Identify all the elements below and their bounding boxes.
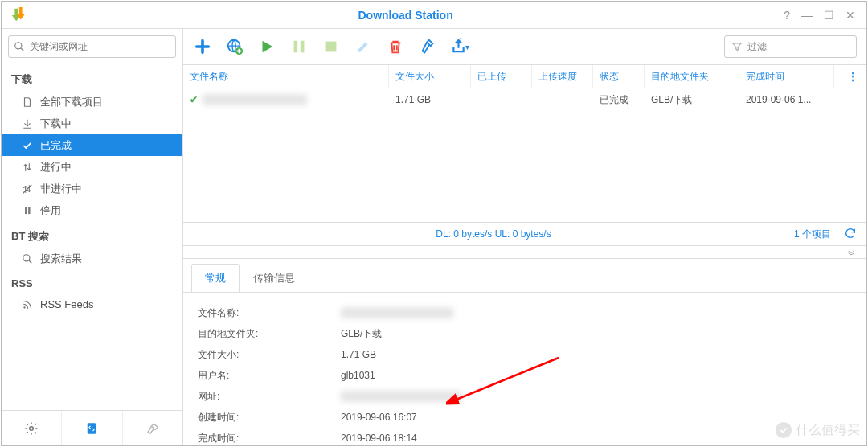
svg-rect-13: [301, 41, 305, 53]
table-header: 文件名称 文件大小 已上传 上传速度 状态 目的地文件夹 完成时间 ⋮: [183, 64, 866, 88]
window-title: Download Station: [27, 9, 784, 22]
pause-button[interactable]: [289, 37, 309, 56]
sidebar-item-label: 下载中: [40, 117, 72, 131]
add-button[interactable]: [193, 37, 212, 56]
file-name: .: [203, 94, 307, 105]
svg-point-0: [15, 43, 22, 49]
svg-rect-12: [294, 41, 298, 53]
sidebar-item-label: 停用: [40, 203, 61, 218]
col-time[interactable]: 完成时间: [739, 65, 834, 88]
toolbar: ▾ 过滤: [183, 29, 866, 64]
done-icon: ✔: [190, 94, 198, 105]
sidebar-item-label: 全部下载项目: [40, 95, 103, 109]
reload-button[interactable]: [844, 227, 857, 242]
main-panel: ▾ 过滤 文件名称 文件大小 已上传 上传速度 状态 目的地文件夹 完成时间 ⋮: [183, 29, 866, 445]
col-name[interactable]: 文件名称: [183, 65, 389, 88]
statusbar: DL: 0 bytes/s UL: 0 bytes/s 1 个项目: [183, 222, 866, 246]
maximize-button[interactable]: ☐: [824, 9, 834, 22]
transfers-button[interactable]: [62, 411, 122, 445]
edit-button[interactable]: [354, 37, 373, 56]
detail-tabs: 常规 传输信息: [183, 259, 866, 293]
filter-box[interactable]: 过滤: [724, 35, 857, 58]
delete-button[interactable]: [386, 37, 405, 56]
cell-size: 1.71 GB: [389, 94, 471, 105]
svg-line-6: [29, 260, 32, 263]
rss-icon: [21, 298, 34, 311]
detail-row: 文件名称:.: [198, 302, 852, 323]
search-input[interactable]: [30, 41, 170, 52]
export-button[interactable]: ▾: [450, 37, 469, 56]
sidebar-item-label: 进行中: [40, 160, 72, 174]
play-button[interactable]: [257, 37, 276, 56]
table-row[interactable]: ✔. 1.71 GB 已完成 GLB/下载 2019-09-06 1...: [183, 88, 866, 111]
sidebar-item-label: 搜索结果: [40, 252, 82, 266]
cleanup-button[interactable]: [123, 411, 182, 445]
svg-point-5: [23, 254, 30, 260]
svg-line-2: [23, 184, 32, 193]
app-icon: [10, 6, 27, 24]
item-count: 1 个项目: [794, 228, 831, 241]
search-icon: [21, 252, 34, 265]
detail-row: 用户名:glb1031: [198, 365, 852, 386]
col-ulspeed[interactable]: 上传速度: [532, 65, 593, 88]
collapse-toggle[interactable]: [183, 246, 866, 259]
cell-dest: GLB/下载: [645, 93, 739, 107]
detail-row: 完成时间:2019-09-06 18:14: [198, 428, 852, 445]
clean-button[interactable]: [418, 37, 437, 56]
col-dest[interactable]: 目的地文件夹: [645, 65, 739, 88]
globe-add-button[interactable]: [225, 37, 244, 56]
sidebar-item-rss[interactable]: RSS Feeds: [2, 293, 182, 315]
table-body: ✔. 1.71 GB 已完成 GLB/下载 2019-09-06 1...: [183, 88, 866, 222]
svg-point-8: [30, 426, 34, 430]
sidebar-item-btresults[interactable]: 搜索结果: [2, 248, 182, 269]
speed-status: DL: 0 bytes/s UL: 0 bytes/s: [193, 228, 794, 240]
sidebar-item-downloading[interactable]: 下载中: [2, 113, 182, 134]
col-uploaded[interactable]: 已上传: [471, 65, 532, 88]
svg-point-7: [23, 306, 25, 308]
detail-row: 网址:.: [198, 386, 852, 407]
cell-time: 2019-09-06 1...: [739, 94, 834, 105]
sidebar-item-inactive[interactable]: 非进行中: [2, 178, 182, 199]
doc-icon: [21, 96, 34, 109]
chevron-down-icon: [845, 248, 857, 256]
col-size[interactable]: 文件大小: [389, 65, 471, 88]
sidebar-item-active[interactable]: 进行中: [2, 156, 182, 178]
svg-rect-14: [326, 42, 337, 52]
sidebar-item-paused[interactable]: 停用: [2, 199, 182, 221]
detail-row: 目的地文件夹:GLB/下载: [198, 323, 852, 344]
detail-row: 创建时间:2019-09-06 16:07: [198, 407, 852, 428]
search-icon: [14, 41, 25, 52]
noupdown-icon: [21, 182, 34, 195]
check-icon: [21, 139, 34, 152]
section-rss: RSS: [2, 269, 182, 293]
svg-rect-9: [88, 423, 96, 434]
search-box[interactable]: [8, 35, 176, 58]
sidebar-item-label: 非进行中: [40, 182, 82, 196]
cell-status: 已完成: [593, 93, 645, 107]
section-download: 下载: [2, 64, 182, 91]
help-button[interactable]: ?: [784, 9, 790, 22]
download-icon: [21, 117, 34, 130]
sidebar-item-completed[interactable]: 已完成: [2, 134, 182, 156]
col-status[interactable]: 状态: [593, 65, 645, 88]
sidebar-item-all[interactable]: 全部下载项目: [2, 91, 182, 113]
settings-button[interactable]: [2, 411, 62, 445]
minimize-button[interactable]: ―: [801, 9, 813, 22]
svg-line-1: [21, 48, 24, 51]
detail-row: 文件大小:1.71 GB: [198, 344, 852, 365]
sidebar-item-label: RSS Feeds: [40, 298, 93, 310]
stop-button[interactable]: [321, 37, 341, 56]
titlebar[interactable]: Download Station ? ― ☐ ✕: [2, 2, 866, 29]
svg-rect-4: [28, 207, 30, 213]
tab-transfer[interactable]: 传输信息: [240, 264, 309, 293]
updown-icon: [21, 161, 34, 174]
pause-icon: [21, 204, 34, 217]
filter-icon: [731, 41, 743, 52]
svg-rect-3: [25, 207, 27, 213]
tab-general[interactable]: 常规: [191, 264, 240, 293]
sidebar-item-label: 已完成: [40, 138, 72, 153]
section-bt: BT 搜索: [2, 221, 182, 248]
col-menu-button[interactable]: ⋮: [834, 65, 866, 88]
detail-body: 文件名称:. 目的地文件夹:GLB/下载 文件大小:1.71 GB 用户名:gl…: [183, 292, 866, 445]
close-button[interactable]: ✕: [845, 9, 855, 22]
